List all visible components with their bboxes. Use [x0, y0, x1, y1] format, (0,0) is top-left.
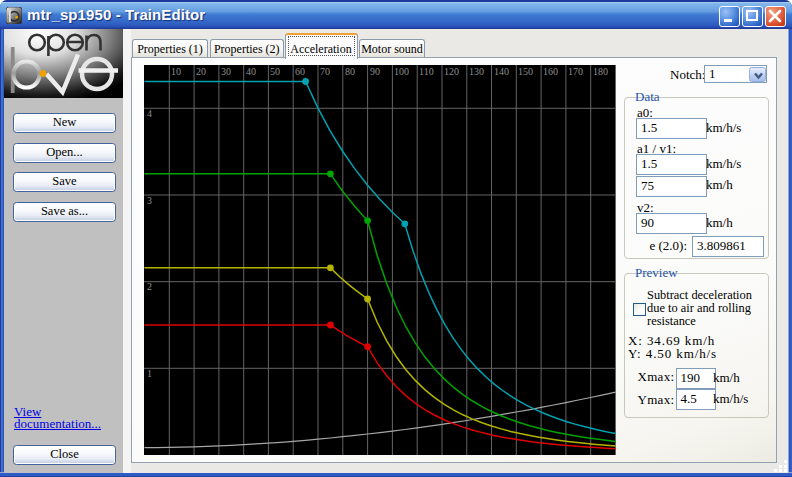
- svg-text:80: 80: [345, 66, 355, 77]
- svg-text:40: 40: [246, 66, 256, 77]
- svg-text:1: 1: [147, 368, 152, 379]
- svg-text:90: 90: [370, 66, 380, 77]
- svg-text:170: 170: [568, 66, 583, 77]
- svg-text:120: 120: [444, 66, 459, 77]
- svg-text:100: 100: [394, 66, 409, 77]
- svg-text:180: 180: [593, 66, 608, 77]
- svg-text:130: 130: [469, 66, 484, 77]
- svg-text:30: 30: [221, 66, 231, 77]
- svg-text:2: 2: [147, 281, 152, 292]
- svg-text:150: 150: [518, 66, 533, 77]
- svg-text:50: 50: [270, 66, 280, 77]
- svg-text:4: 4: [147, 108, 152, 119]
- svg-text:140: 140: [494, 66, 509, 77]
- svg-text:60: 60: [295, 66, 305, 77]
- svg-text:110: 110: [419, 66, 434, 77]
- svg-text:3: 3: [147, 195, 152, 206]
- svg-text:70: 70: [320, 66, 330, 77]
- svg-text:160: 160: [543, 66, 558, 77]
- svg-text:20: 20: [196, 66, 206, 77]
- svg-text:10: 10: [171, 66, 181, 77]
